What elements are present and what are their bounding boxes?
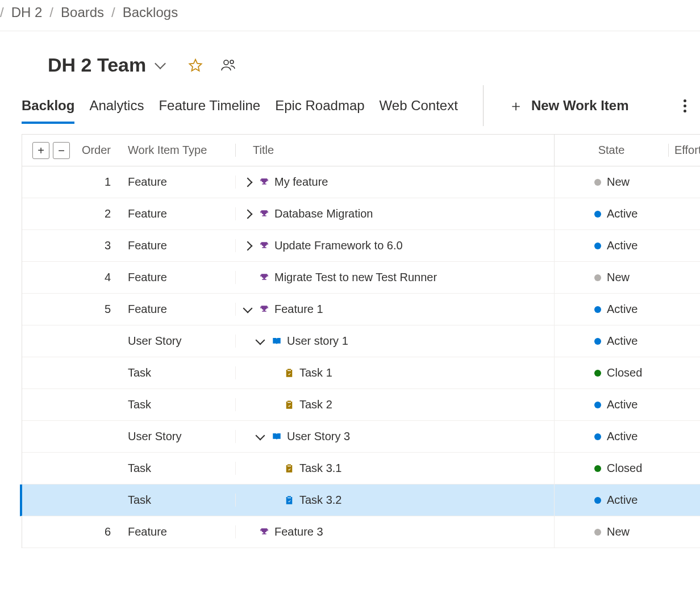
table-row[interactable]: User StoryUser Story 3Active bbox=[22, 421, 700, 453]
work-item-title[interactable]: User story 1 bbox=[287, 335, 348, 348]
cell-title: Task 3.1 bbox=[236, 453, 555, 484]
team-picker-chevron-icon[interactable] bbox=[155, 58, 166, 69]
cell-state: Active bbox=[555, 430, 668, 443]
cell-title: Feature 3 bbox=[236, 516, 555, 548]
work-item-title[interactable]: Task 3.2 bbox=[299, 494, 341, 507]
collapse-all-button[interactable]: − bbox=[53, 142, 70, 159]
table-row[interactable]: TaskTask 3.1Closed bbox=[22, 453, 700, 484]
cell-type: Task bbox=[128, 366, 236, 379]
table-row[interactable]: 3FeatureUpdate Framework to 6.0Active bbox=[22, 230, 700, 262]
table-row[interactable]: User StoryUser story 1Active bbox=[22, 325, 700, 357]
tab-backlog[interactable]: Backlog bbox=[22, 98, 74, 124]
state-label: Active bbox=[607, 494, 638, 507]
breadcrumb: / DH 2 / Boards / Backlogs bbox=[0, 0, 700, 31]
cell-order: 1 bbox=[77, 176, 128, 189]
trophy-icon bbox=[259, 272, 270, 283]
chevron-right-icon[interactable] bbox=[241, 211, 254, 218]
cell-state: Active bbox=[555, 303, 668, 316]
tab-analytics[interactable]: Analytics bbox=[89, 98, 144, 124]
state-label: Active bbox=[607, 335, 638, 348]
expand-all-button[interactable]: + bbox=[32, 142, 49, 159]
table-row[interactable]: 6FeatureFeature 3New bbox=[22, 516, 700, 548]
new-work-item-button[interactable]: ＋ New Work Item bbox=[509, 96, 629, 116]
chevron-right-icon[interactable] bbox=[241, 243, 254, 249]
cell-type: Feature bbox=[128, 303, 236, 316]
work-item-title[interactable]: Task 2 bbox=[299, 398, 332, 411]
tab-epic-roadmap[interactable]: Epic Roadmap bbox=[275, 98, 364, 124]
trophy-icon bbox=[259, 208, 270, 220]
tab-feature-timeline[interactable]: Feature Timeline bbox=[159, 98, 260, 124]
svg-point-1 bbox=[224, 60, 228, 65]
state-dot-icon bbox=[594, 402, 601, 408]
table-row[interactable]: TaskTask 2Active bbox=[22, 389, 700, 421]
cell-state: Active bbox=[555, 494, 668, 507]
tab-web-context[interactable]: Web Context bbox=[380, 98, 458, 124]
cell-order: 5 bbox=[77, 303, 128, 316]
work-item-title[interactable]: Task 1 bbox=[299, 366, 332, 379]
backlog-grid: + − Order Work Item Type Title State Eff… bbox=[22, 134, 700, 548]
work-item-title[interactable]: Feature 3 bbox=[274, 525, 323, 538]
work-item-title[interactable]: Task 3.1 bbox=[299, 462, 341, 475]
tabs-row: BacklogAnalyticsFeature TimelineEpic Roa… bbox=[0, 76, 700, 126]
work-item-title[interactable]: Update Framework to 6.0 bbox=[274, 239, 403, 252]
col-header-type[interactable]: Work Item Type bbox=[128, 144, 236, 157]
favorite-star-icon[interactable] bbox=[188, 58, 203, 73]
people-icon[interactable] bbox=[221, 59, 236, 72]
chevron-down-icon[interactable] bbox=[254, 432, 266, 441]
state-label: Active bbox=[607, 207, 638, 220]
col-header-title[interactable]: Title bbox=[236, 135, 555, 166]
table-row[interactable]: 1FeatureMy featureNew bbox=[22, 166, 700, 198]
col-header-state[interactable]: State bbox=[555, 144, 668, 157]
book-icon bbox=[271, 431, 282, 442]
table-row[interactable]: 4FeatureMigrate Test to new Test RunnerN… bbox=[22, 262, 700, 294]
state-label: Closed bbox=[607, 462, 642, 475]
chevron-down-icon[interactable] bbox=[254, 337, 266, 346]
trophy-icon bbox=[259, 304, 270, 315]
cell-state: Closed bbox=[555, 462, 668, 475]
work-item-title[interactable]: Feature 1 bbox=[274, 303, 323, 316]
work-item-title[interactable]: Database Migration bbox=[274, 207, 373, 220]
breadcrumb-link-project[interactable]: DH 2 bbox=[11, 5, 43, 20]
state-dot-icon bbox=[594, 370, 601, 377]
state-dot-icon bbox=[594, 274, 601, 281]
cell-title: User story 1 bbox=[236, 325, 555, 357]
breadcrumb-link-boards[interactable]: Boards bbox=[61, 5, 104, 20]
trophy-icon bbox=[259, 240, 270, 252]
col-header-order[interactable]: Order bbox=[77, 144, 128, 157]
cell-state: New bbox=[555, 176, 668, 189]
state-label: New bbox=[607, 176, 630, 189]
work-item-title[interactable]: Migrate Test to new Test Runner bbox=[274, 271, 437, 284]
state-label: Closed bbox=[607, 366, 642, 379]
cell-state: Active bbox=[555, 335, 668, 348]
grid-header: + − Order Work Item Type Title State Eff… bbox=[22, 135, 700, 166]
more-actions-icon[interactable] bbox=[684, 99, 686, 112]
cell-order: 6 bbox=[77, 525, 128, 538]
state-label: Active bbox=[607, 398, 638, 411]
menu-icon[interactable] bbox=[24, 57, 40, 73]
state-label: Active bbox=[607, 239, 638, 252]
state-label: New bbox=[607, 271, 630, 284]
work-item-title[interactable]: My feature bbox=[274, 176, 328, 189]
cell-title: Database Migration bbox=[236, 198, 555, 229]
cell-title: Update Framework to 6.0 bbox=[236, 230, 555, 261]
breadcrumb-sep: / bbox=[0, 5, 4, 20]
chevron-right-icon[interactable] bbox=[241, 179, 254, 186]
cell-title: Task 3.2 bbox=[236, 484, 555, 516]
chevron-down-icon[interactable] bbox=[241, 305, 254, 314]
trophy-icon bbox=[259, 177, 270, 188]
cell-type: Feature bbox=[128, 207, 236, 220]
state-dot-icon bbox=[594, 211, 601, 218]
table-row[interactable]: TaskTask 3.2Active bbox=[20, 484, 700, 516]
table-row[interactable]: TaskTask 1Closed bbox=[22, 357, 700, 389]
state-dot-icon bbox=[594, 338, 601, 345]
title-row: DH 2 Team bbox=[0, 31, 700, 76]
table-row[interactable]: 5FeatureFeature 1Active bbox=[22, 294, 700, 325]
separator bbox=[483, 85, 484, 126]
cell-state: New bbox=[555, 525, 668, 538]
work-item-title[interactable]: User Story 3 bbox=[287, 430, 350, 443]
table-row[interactable]: 2FeatureDatabase MigrationActive bbox=[22, 198, 700, 230]
breadcrumb-sep: / bbox=[49, 5, 53, 20]
cell-state: Active bbox=[555, 398, 668, 411]
col-header-effort[interactable]: Effort bbox=[668, 144, 700, 157]
svg-marker-0 bbox=[190, 59, 202, 70]
